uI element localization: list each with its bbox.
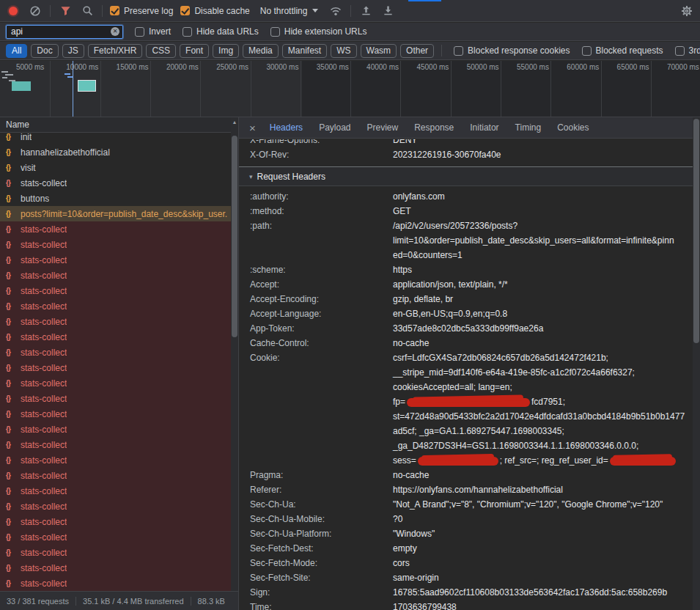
checkbox-box bbox=[110, 6, 119, 15]
header-value-line: __stripe_mid=9df140f6-e64a-419e-85fc-a1c… bbox=[393, 365, 688, 380]
type-filter-doc[interactable]: Doc bbox=[31, 44, 58, 58]
request-row[interactable]: {}stats-collect bbox=[0, 468, 231, 483]
type-filter-js[interactable]: JS bbox=[62, 44, 84, 58]
request-row[interactable]: {}posts?limit=10&order=publish_date_desc… bbox=[0, 206, 231, 221]
throttling-dropdown[interactable]: No throttling bbox=[257, 6, 322, 16]
request-name: stats-collect bbox=[21, 363, 67, 373]
blocked-requests-checkbox[interactable]: Blocked requests bbox=[582, 45, 663, 56]
request-headers-section-header[interactable]: ▾ Request Headers bbox=[239, 167, 693, 186]
preserve-log-checkbox[interactable]: Preserve log bbox=[110, 6, 173, 16]
filter-input[interactable]: api ✕ bbox=[6, 25, 123, 39]
request-row[interactable]: {}stats-collect bbox=[0, 391, 231, 406]
tab-payload[interactable]: Payload bbox=[311, 117, 358, 138]
request-row[interactable]: {}buttons bbox=[0, 191, 231, 206]
import-har-icon[interactable] bbox=[358, 4, 373, 18]
invert-checkbox[interactable]: Invert bbox=[135, 26, 171, 37]
request-row[interactable]: {}stats-collect bbox=[0, 499, 231, 514]
request-row[interactable]: {}stats-collect bbox=[0, 283, 231, 298]
type-filter-media[interactable]: Media bbox=[243, 44, 279, 58]
scroll-up-icon[interactable]: ▲ bbox=[231, 120, 238, 125]
header-value: https bbox=[393, 262, 693, 277]
header-value: 16785:5aad9602cf110608b03133de563642fac1… bbox=[393, 585, 693, 600]
timeline-overview[interactable]: 5000 ms10000 ms15000 ms20000 ms25000 ms3… bbox=[0, 61, 700, 117]
request-row[interactable]: {}stats-collect bbox=[0, 237, 231, 252]
left-scrollbar[interactable]: ▲ bbox=[231, 117, 238, 591]
header-row: Accept-Language:en-GB,en-US;q=0.9,en;q=0… bbox=[239, 306, 693, 321]
tab-response[interactable]: Response bbox=[406, 117, 462, 138]
header-name: Sec-Fetch-Dest: bbox=[250, 541, 393, 556]
request-row[interactable]: {}stats-collect bbox=[0, 268, 231, 283]
request-row[interactable]: {}stats-collect bbox=[0, 529, 231, 545]
header-value: "Windows" bbox=[393, 526, 693, 541]
timeline-tick-label: 20000 ms bbox=[166, 63, 199, 71]
header-value: onlyfans.com bbox=[393, 189, 693, 204]
request-row[interactable]: {}stats-collect bbox=[0, 360, 231, 375]
disable-cache-checkbox[interactable]: Disable cache bbox=[180, 6, 249, 16]
request-row[interactable]: {}stats-collect bbox=[0, 175, 231, 191]
type-filter-all[interactable]: All bbox=[6, 44, 27, 58]
request-row[interactable]: {}visit bbox=[0, 160, 231, 175]
checkbox-box bbox=[454, 46, 463, 56]
request-name: buttons bbox=[21, 194, 49, 204]
type-filter-ws[interactable]: WS bbox=[331, 44, 356, 58]
network-conditions-icon[interactable] bbox=[328, 4, 343, 18]
script-resource-icon: {} bbox=[6, 456, 15, 464]
name-column-header[interactable]: Name bbox=[0, 117, 231, 133]
header-name: X-Frame-Options: bbox=[250, 139, 393, 147]
left-scrollbar-thumb[interactable] bbox=[232, 136, 237, 337]
type-filter-other[interactable]: Other bbox=[400, 44, 434, 58]
clear-filter-icon[interactable]: ✕ bbox=[111, 27, 119, 36]
3rd-party-requests-checkbox[interactable]: 3rd-party requests bbox=[675, 45, 700, 56]
script-resource-icon: {} bbox=[6, 502, 15, 510]
type-filter-css[interactable]: CSS bbox=[146, 44, 176, 58]
type-filter-font[interactable]: Font bbox=[180, 44, 209, 58]
tab-preview[interactable]: Preview bbox=[359, 117, 407, 138]
request-row[interactable]: {}stats-collect bbox=[0, 314, 231, 329]
request-row[interactable]: {}stats-collect bbox=[0, 298, 231, 314]
request-row[interactable]: {}stats-collect bbox=[0, 221, 231, 237]
export-har-icon[interactable] bbox=[380, 4, 395, 18]
tab-timing[interactable]: Timing bbox=[507, 117, 550, 138]
right-scrollbar-thumb[interactable] bbox=[693, 119, 699, 343]
type-filter-manifest[interactable]: Manifest bbox=[282, 44, 327, 58]
request-row[interactable]: {}stats-collect bbox=[0, 452, 231, 468]
type-filter-img[interactable]: Img bbox=[213, 44, 239, 58]
timeline-tick-label: 25000 ms bbox=[216, 63, 248, 71]
checkbox-box bbox=[183, 27, 192, 37]
request-headers-list: :authority:onlyfans.com:method:GET:path:… bbox=[239, 189, 693, 610]
request-row[interactable]: {}stats-collect bbox=[0, 252, 231, 268]
request-row[interactable]: {}stats-collect bbox=[0, 345, 231, 360]
request-row[interactable]: {}init bbox=[0, 133, 231, 144]
type-filter-fetch-xhr[interactable]: Fetch/XHR bbox=[88, 44, 143, 58]
type-filter-wasm[interactable]: Wasm bbox=[361, 44, 397, 58]
request-row[interactable]: {}stats-collect bbox=[0, 560, 231, 576]
request-row[interactable]: {}stats-collect bbox=[0, 329, 231, 345]
request-name: posts?limit=10&order=publish_date_desc&s… bbox=[21, 209, 228, 219]
settings-gear-icon[interactable] bbox=[679, 4, 694, 18]
request-row[interactable]: {}stats-collect bbox=[0, 406, 231, 422]
blocked-response-cookies-checkbox[interactable]: Blocked response cookies bbox=[454, 45, 570, 56]
request-row[interactable]: {}stats-collect bbox=[0, 576, 231, 591]
request-row[interactable]: {}stats-collect bbox=[0, 514, 231, 529]
request-row[interactable]: {}stats-collect bbox=[0, 437, 231, 452]
header-value-line: /api2/v2/users/20572336/posts? bbox=[393, 218, 688, 233]
tab-initiator[interactable]: Initiator bbox=[462, 117, 506, 138]
search-icon[interactable] bbox=[80, 4, 95, 18]
hide-data-urls-checkbox[interactable]: Hide data URLs bbox=[183, 26, 259, 37]
right-scrollbar[interactable] bbox=[693, 117, 700, 610]
header-row: Sec-Fetch-Dest:empty bbox=[239, 541, 693, 556]
record-icon[interactable] bbox=[6, 4, 21, 18]
header-row: Sign:16785:5aad9602cf110608b03133de56364… bbox=[239, 585, 693, 600]
tab-headers[interactable]: Headers bbox=[262, 117, 311, 138]
request-row[interactable]: {}stats-collect bbox=[0, 422, 231, 437]
close-icon[interactable]: × bbox=[249, 122, 256, 134]
request-row[interactable]: {}stats-collect bbox=[0, 483, 231, 499]
hide-extension-urls-checkbox[interactable]: Hide extension URLs bbox=[270, 26, 367, 37]
filter-icon[interactable] bbox=[58, 4, 73, 18]
tab-cookies[interactable]: Cookies bbox=[549, 117, 597, 138]
request-row[interactable]: {}stats-collect bbox=[0, 375, 231, 391]
clear-icon[interactable] bbox=[28, 4, 43, 18]
request-row[interactable]: {}hannahelizabethofficial bbox=[0, 144, 231, 160]
header-name: Sec-Ch-Ua-Platform: bbox=[250, 526, 393, 541]
request-row[interactable]: {}stats-collect bbox=[0, 545, 231, 560]
